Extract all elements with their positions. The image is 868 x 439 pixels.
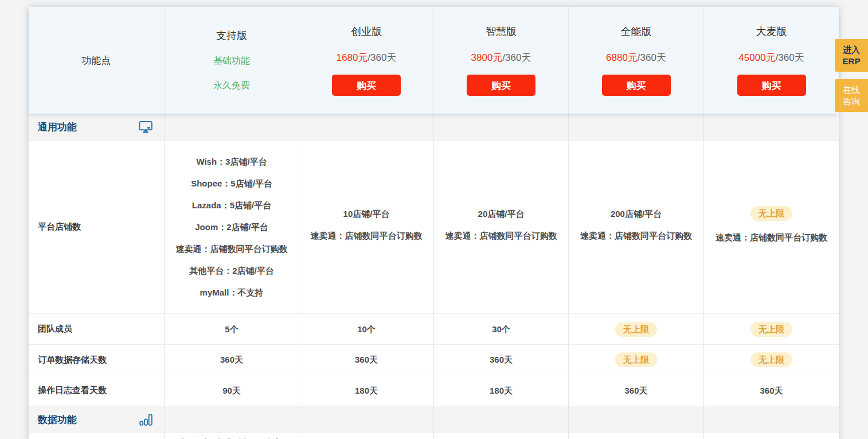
section-spacer [434,114,569,140]
plan-header-damai: 大麦版 45000元/360天 购买 [704,7,839,114]
plan-header-support: 支持版 基础功能 永久免费 [165,7,299,114]
plan-free-line: 永久免费 [213,80,250,92]
row-label: 团队成员 [38,324,72,335]
section-spacer [704,114,839,140]
row-label: 平台店铺数 [38,222,81,232]
cell-value: 180天 [490,384,513,397]
buy-button-damai[interactable]: 购买 [737,75,806,96]
section-general-title: 通用功能 [38,121,77,134]
cell-startup-platform: 10店铺/平台 速卖通：店铺数同平台订购数 [299,141,434,313]
row-label-cell: 平台店铺数 [29,141,165,313]
platform-main-value: 200店铺/平台 [611,208,662,220]
price-amount: 6880元 [606,52,638,63]
unlimited-badge: 无上限 [615,352,657,367]
plan-price: 3800元/360天 [471,51,531,64]
row-label-cell [29,433,165,439]
cell-smart-platform: 20店铺/平台 速卖通：店铺数同平台订购数 [434,141,569,313]
buy-button-startup[interactable]: 购买 [332,75,401,96]
platform-sub-value: 速卖通：店铺数同平台订购数 [580,230,692,242]
row-label: 操作日志查看天数 [38,385,107,396]
enter-erp-button[interactable]: 进入 ERP [835,39,868,72]
cell-value: 90天 [222,384,241,397]
buy-button-almighty[interactable]: 购买 [602,75,671,96]
platform-limit-line: Lazada：5店铺/平台 [192,199,271,212]
buy-button-smart[interactable]: 购买 [467,75,535,96]
section-data-label-cell: 数据功能 [29,406,165,433]
platform-limit-line: Wish：3店铺/平台 [196,156,267,168]
cell-almighty-platform: 200店铺/平台 速卖通：店铺数同平台订购数 [569,141,704,313]
section-spacer [165,114,299,140]
plan-price: 45000元/360天 [738,51,804,64]
section-data-title: 数据功能 [38,413,77,426]
plan-header-almighty: 全能版 6880元/360天 购买 [569,7,704,114]
cell-damai-platform: 无上限 速卖通：店铺数同平台订购数 [704,141,839,313]
table-row-order-storage-days: 订单数据存储天数 360天 360天 360天 无上限 无上限 [29,345,839,375]
platform-sub-value: 速卖通：店铺数同平台订购数 [715,231,827,244]
price-period: /360天 [367,52,396,63]
platform-limit-line: Joom：2店铺/平台 [195,221,268,234]
platform-sub-value: 速卖通：店铺数同平台订购数 [311,230,423,242]
unlimited-badge: 无上限 [750,352,792,367]
cell-empty [704,433,839,439]
section-row-general: 通用功能 [29,114,839,141]
price-amount: 45000元 [738,52,775,63]
row-label: 订单数据存储天数 [38,355,107,366]
unlimited-badge: 无上限 [750,322,792,337]
cell-support-platform: Wish：3店铺/平台 Shopee：5店铺/平台 Lazada：5店铺/平台 … [165,141,299,313]
section-spacer [299,114,434,140]
plan-header-smart: 智慧版 3800元/360天 购买 [434,7,569,114]
platform-limit-line: Shopee：5店铺/平台 [191,177,272,190]
platform-limit-line: myMall：不支持 [200,286,264,299]
cell-empty [299,433,434,439]
plan-name: 支持版 [216,29,247,42]
price-period: /360天 [776,52,804,63]
table-row-partial: 订购后，免费采集100个产 [29,433,839,439]
cell-value: 360天 [760,384,783,397]
platform-main-value: 10店铺/平台 [343,208,390,220]
cell-empty [569,433,704,439]
section-spacer [434,406,569,433]
plan-feature-line: 基础功能 [213,55,250,67]
row-label-cell: 订单数据存储天数 [29,345,165,375]
cell-value: 360天 [220,353,243,366]
unlimited-badge: 无上限 [615,322,657,337]
monitor-icon [139,121,153,133]
plan-header-startup: 创业版 1680元/360天 购买 [299,7,434,114]
platform-sub-value: 速卖通：店铺数同平台订购数 [445,230,557,242]
plan-name: 智慧版 [486,25,517,38]
cell-support-partial: 订购后，免费采集100个产 [165,433,299,439]
price-amount: 3800元 [471,52,503,63]
cell-value: 180天 [355,384,378,397]
platform-limit-line: 其他平台：2店铺/平台 [189,265,274,277]
cell-value: 360天 [624,384,647,397]
feature-column-title: 功能点 [82,54,111,67]
online-consult-line2: 咨询 [843,96,860,107]
enter-erp-line2: ERP [843,56,861,67]
platform-limit-line: 速卖通：店铺数同平台订购数 [176,243,288,255]
section-spacer [569,114,704,140]
section-spacer [704,406,839,433]
cell-value: 订购后，免费采集100个产 [181,437,281,439]
plan-price: 6880元/360天 [606,51,666,64]
platform-main-value: 20店铺/平台 [478,208,525,220]
cell-value: 30个 [492,323,510,336]
price-period: /360天 [638,52,666,63]
online-consult-line1: 在线 [843,84,860,96]
cell-empty [434,433,569,439]
row-label-cell: 团队成员 [29,314,165,344]
section-row-data: 数据功能 [29,406,839,433]
plan-name: 创业版 [351,25,382,38]
unlimited-badge: 无上限 [750,206,792,221]
online-consult-button[interactable]: 在线 咨询 [835,79,868,112]
table-row-operation-log-days: 操作日志查看天数 90天 180天 180天 360天 360天 [29,375,839,406]
pricing-table: 功能点 支持版 基础功能 永久免费 创业版 1680元/360天 购买 智慧版 … [29,7,839,439]
bar-chart-icon [139,414,153,426]
plan-name: 全能版 [621,25,652,38]
cell-value: 360天 [355,353,378,366]
cell-value: 5个 [225,323,238,336]
plan-price: 1680元/360天 [337,51,397,64]
plan-name: 大麦版 [756,25,787,38]
row-label-cell: 操作日志查看天数 [29,375,165,406]
section-general-label-cell: 通用功能 [29,114,165,140]
price-amount: 1680元 [337,52,368,63]
